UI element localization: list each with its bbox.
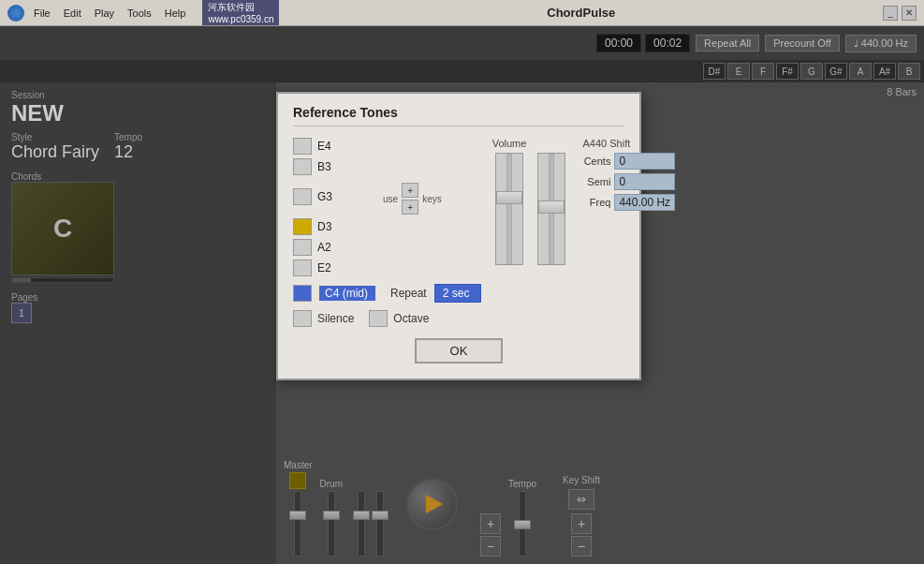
- tone-b3-label: B3: [317, 160, 374, 173]
- menu-tools[interactable]: Tools: [122, 6, 157, 21]
- silence-octave-row: Silence Octave: [293, 310, 481, 327]
- freq-input[interactable]: [614, 194, 675, 211]
- volume-label: Volume: [492, 138, 527, 149]
- use-keys-buttons: + +: [402, 183, 418, 215]
- tone-g3-button[interactable]: [293, 188, 312, 205]
- tone-b3-button[interactable]: [293, 158, 312, 175]
- app-title: ChordPulse: [547, 6, 615, 20]
- semi-row: Semi: [580, 173, 675, 190]
- title-bar-left: File Edit Play Tools Help 河东软件园 www.pc03…: [7, 0, 279, 25]
- tones-list: E4 B3 G3 use: [293, 138, 481, 276]
- menu-edit[interactable]: Edit: [58, 6, 87, 21]
- a440-section: A440 Shift Cents Semi: [537, 138, 675, 327]
- tone-d3-label: D3: [317, 220, 374, 233]
- tone-e2-label: E2: [317, 261, 374, 275]
- volume-fader[interactable]: [495, 153, 523, 265]
- use-key-up[interactable]: +: [402, 183, 418, 198]
- menu-help[interactable]: Help: [159, 6, 192, 21]
- minimize-button[interactable]: _: [883, 6, 898, 21]
- freq-label: Freq: [580, 197, 610, 208]
- app-icon: [7, 5, 24, 22]
- window-controls: _ ✕: [883, 6, 917, 21]
- a440-fader-thumb[interactable]: [538, 200, 565, 214]
- menu-bar: File Edit Play Tools Help: [28, 6, 191, 21]
- semi-input[interactable]: [614, 173, 675, 190]
- menu-play[interactable]: Play: [89, 6, 120, 21]
- tone-b3-row: B3: [293, 158, 481, 175]
- modal-title: Reference Tones: [293, 105, 624, 126]
- volume-fader-track: [506, 154, 512, 264]
- tone-e4-button[interactable]: [293, 138, 312, 155]
- cents-input[interactable]: [614, 153, 675, 170]
- volume-fader-thumb[interactable]: [496, 191, 522, 204]
- octave-item: Octave: [369, 310, 429, 327]
- octave-label: Octave: [393, 312, 429, 325]
- tone-c4-label: C4 (mid): [319, 286, 375, 301]
- tone-c4-button[interactable]: [293, 285, 312, 302]
- close-button[interactable]: ✕: [902, 6, 917, 21]
- modal-overlay: Reference Tones E4 B3: [0, 26, 924, 564]
- repeat-select[interactable]: 2 sec: [434, 284, 481, 303]
- tone-a2-label: A2: [317, 241, 374, 254]
- tone-d3-button[interactable]: [293, 218, 312, 235]
- cents-semi-freq: Cents Semi Freq: [580, 153, 675, 211]
- tone-g3-row: G3 use + + keys: [293, 179, 481, 215]
- tone-g3-label: G3: [317, 190, 374, 203]
- cents-row: Cents: [580, 153, 675, 170]
- cents-label: Cents: [580, 156, 610, 167]
- semi-label: Semi: [580, 176, 610, 187]
- tone-a2-button[interactable]: [293, 239, 312, 256]
- modal-body: E4 B3 G3 use: [293, 138, 624, 327]
- tones-column: E4 B3 G3 use: [293, 138, 481, 327]
- keys-label: keys: [422, 194, 442, 204]
- a440-label: A440 Shift: [583, 138, 631, 149]
- tone-e4-row: E4: [293, 138, 481, 155]
- tone-e2-row: E2: [293, 260, 481, 276]
- silence-button[interactable]: [293, 310, 312, 327]
- ok-button[interactable]: OK: [415, 338, 504, 364]
- menu-file[interactable]: File: [28, 6, 56, 21]
- volume-section: Volume: [492, 138, 527, 327]
- silence-label: Silence: [317, 312, 354, 325]
- tone-e2-button[interactable]: [293, 260, 312, 276]
- freq-row: Freq: [580, 194, 675, 211]
- reference-tones-modal: Reference Tones E4 B3: [276, 92, 641, 380]
- a440-fader[interactable]: [537, 153, 565, 265]
- tone-select-row: C4 (mid) Repeat 2 sec: [293, 284, 481, 303]
- app-body: 00:00 00:02 Repeat All Precount Off ♩ 44…: [0, 26, 924, 564]
- use-keys-area: use + + keys: [383, 183, 442, 215]
- use-key-down[interactable]: +: [402, 200, 418, 215]
- repeat-label: Repeat: [390, 287, 427, 300]
- silence-item: Silence: [293, 310, 354, 327]
- tone-a2-row: A2: [293, 239, 481, 256]
- watermark: 河东软件园 www.pc0359.cn: [202, 0, 279, 25]
- use-label: use: [383, 194, 398, 204]
- title-bar: File Edit Play Tools Help 河东软件园 www.pc03…: [0, 0, 924, 26]
- octave-button[interactable]: [369, 310, 388, 327]
- tone-e4-label: E4: [317, 140, 374, 153]
- tone-d3-row: D3: [293, 218, 481, 235]
